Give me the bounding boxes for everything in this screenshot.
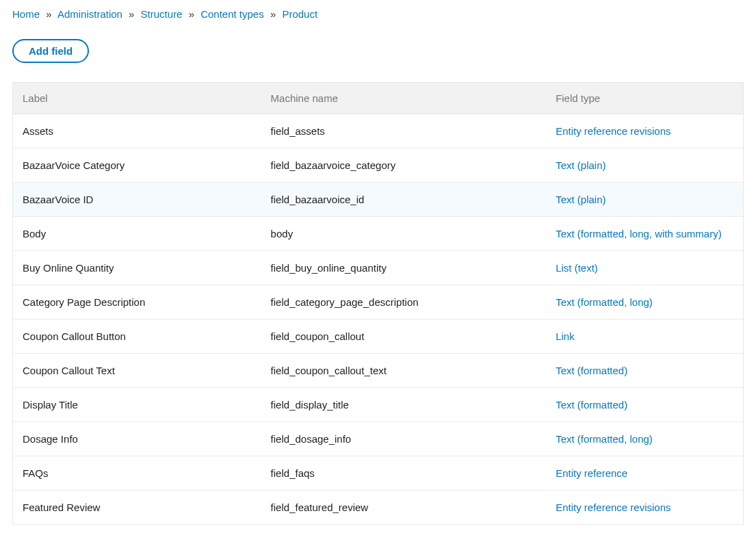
add-field-button[interactable]: Add field: [12, 39, 89, 63]
field-type-link[interactable]: Text (formatted): [556, 399, 627, 411]
field-type-link[interactable]: Entity reference: [556, 467, 627, 479]
field-label: FAQs: [13, 456, 261, 491]
field-label: Assets: [13, 114, 261, 148]
field-type-link[interactable]: Entity reference revisions: [556, 125, 670, 137]
table-row: Coupon Callout Textfield_coupon_callout_…: [13, 354, 744, 388]
field-label: Display Title: [13, 388, 261, 422]
breadcrumb-link-content-types[interactable]: Content types: [200, 8, 264, 20]
field-type-cell: Text (formatted, long): [546, 422, 743, 456]
field-machine-name: field_dosage_info: [261, 422, 547, 456]
breadcrumb-link-administration[interactable]: Administration: [57, 8, 122, 20]
field-label: Featured Review: [13, 491, 261, 525]
field-label: BazaarVoice ID: [13, 183, 261, 217]
field-type-cell: Text (formatted, long, with summary): [546, 217, 743, 251]
table-row: FAQsfield_faqsEntity reference: [13, 456, 744, 491]
field-type-cell: Text (formatted, long): [546, 285, 743, 320]
field-label: Dosage Info: [13, 422, 261, 456]
table-row: Display Titlefield_display_titleText (fo…: [13, 388, 744, 422]
fields-table: Label Machine name Field type Assetsfiel…: [12, 82, 744, 525]
field-type-link[interactable]: List (text): [556, 262, 598, 274]
table-row: Category Page Descriptionfield_category_…: [13, 285, 744, 320]
breadcrumb-separator: »: [129, 8, 134, 20]
field-machine-name: field_display_title: [261, 388, 547, 422]
field-label: Buy Online Quantity: [13, 251, 261, 285]
table-row: BazaarVoice Categoryfield_bazaarvoice_ca…: [13, 148, 744, 183]
table-row: BodybodyText (formatted, long, with summ…: [13, 217, 744, 251]
field-machine-name: field_buy_online_quantity: [261, 251, 547, 285]
field-machine-name: field_faqs: [261, 456, 547, 491]
breadcrumb-link-home[interactable]: Home: [12, 8, 40, 20]
field-type-cell: Text (formatted): [546, 388, 743, 422]
field-machine-name: field_category_page_description: [261, 285, 547, 320]
field-type-link[interactable]: Text (plain): [556, 194, 605, 205]
table-row: Assetsfield_assetsEntity reference revis…: [13, 114, 744, 148]
field-type-cell: Entity reference revisions: [546, 114, 743, 148]
table-header-machine-name: Machine name: [261, 83, 547, 114]
field-type-cell: Link: [546, 320, 743, 354]
field-machine-name: body: [261, 217, 547, 251]
field-label: BazaarVoice Category: [13, 148, 261, 183]
field-type-link[interactable]: Text (plain): [556, 159, 605, 171]
field-type-link[interactable]: Entity reference revisions: [556, 502, 670, 513]
add-field-button-label: Add field: [29, 45, 73, 57]
field-label: Coupon Callout Text: [13, 354, 261, 388]
field-machine-name: field_assets: [261, 114, 547, 148]
table-row: Buy Online Quantityfield_buy_online_quan…: [13, 251, 744, 285]
table-row: Coupon Callout Buttonfield_coupon_callou…: [13, 320, 744, 354]
field-machine-name: field_coupon_callout_text: [261, 354, 547, 388]
field-machine-name: field_bazaarvoice_category: [261, 148, 547, 183]
breadcrumb-link-structure[interactable]: Structure: [141, 8, 183, 20]
field-machine-name: field_featured_review: [261, 491, 547, 525]
table-row: Dosage Infofield_dosage_infoText (format…: [13, 422, 744, 456]
breadcrumb: Home » Administration » Structure » Cont…: [12, 8, 744, 20]
breadcrumb-separator: »: [270, 8, 276, 20]
field-type-cell: Text (plain): [546, 148, 743, 183]
field-type-link[interactable]: Text (formatted, long, with summary): [556, 228, 722, 239]
field-machine-name: field_bazaarvoice_id: [261, 183, 547, 217]
field-type-link[interactable]: Link: [556, 330, 575, 342]
field-type-cell: Entity reference: [546, 456, 743, 491]
field-type-link[interactable]: Text (formatted, long): [556, 433, 653, 445]
table-header-row: Label Machine name Field type: [13, 83, 744, 114]
field-type-cell: Text (formatted): [546, 354, 743, 388]
table-header-label: Label: [13, 83, 261, 114]
breadcrumb-separator: »: [189, 8, 194, 20]
table-header-field-type: Field type: [546, 83, 743, 114]
breadcrumb-link-product[interactable]: Product: [282, 8, 317, 20]
field-label: Category Page Description: [13, 285, 261, 320]
field-machine-name: field_coupon_callout: [261, 320, 547, 354]
breadcrumb-separator: »: [46, 8, 51, 20]
field-type-cell: Text (plain): [546, 183, 743, 217]
field-type-cell: List (text): [546, 251, 743, 285]
field-label: Body: [13, 217, 261, 251]
field-label: Coupon Callout Button: [13, 320, 261, 354]
table-row: Featured Reviewfield_featured_reviewEnti…: [13, 491, 744, 525]
field-type-link[interactable]: Text (formatted, long): [556, 296, 653, 308]
table-row: BazaarVoice IDfield_bazaarvoice_idText (…: [13, 183, 744, 217]
field-type-cell: Entity reference revisions: [546, 491, 743, 525]
field-type-link[interactable]: Text (formatted): [556, 365, 627, 376]
